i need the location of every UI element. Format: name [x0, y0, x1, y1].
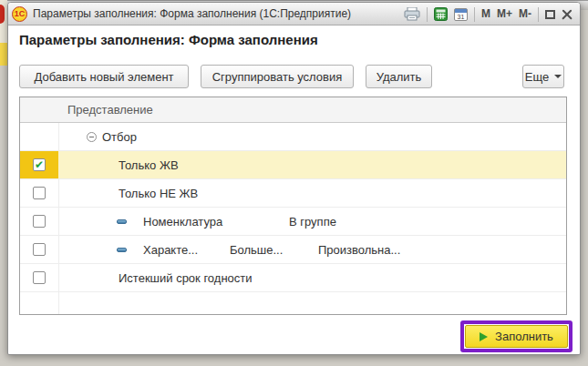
- desktop-background: 1С Параметры заполнения: Форма заполнени…: [0, 0, 588, 366]
- maximize-icon: [545, 10, 555, 19]
- group-label: Отбор: [102, 123, 137, 150]
- titlebar-icons: 31 M M+ M-: [404, 3, 573, 25]
- table-row-istekshiy-srok[interactable]: Истекший срок годности: [20, 264, 566, 292]
- condition-value: Произвольна...: [318, 236, 400, 263]
- table-row-group-otbor[interactable]: Отбор: [20, 123, 566, 151]
- fill-button-label: Заполнить: [495, 330, 553, 343]
- row-checkbox[interactable]: [33, 158, 46, 171]
- group-conditions-button[interactable]: Сгруппировать условия: [201, 65, 354, 88]
- app-logo-1c-icon: 1С: [12, 6, 27, 22]
- maximize-button[interactable]: [545, 3, 555, 25]
- condition-comparison: В группе: [289, 208, 336, 235]
- row-checkbox[interactable]: [33, 187, 46, 199]
- chevron-down-icon: [554, 75, 562, 78]
- delete-button[interactable]: Удалить: [366, 65, 432, 88]
- table-row-tolko-ne-zhv[interactable]: Только НЕ ЖВ: [20, 179, 566, 208]
- row-checkbox[interactable]: [33, 215, 46, 228]
- fill-parameters-table: Представление Отбор Только ЖВ Только НЕ …: [19, 97, 567, 315]
- row-checkbox[interactable]: [33, 271, 46, 284]
- condition-comparison: Больше...: [230, 236, 283, 263]
- play-icon: [480, 332, 488, 341]
- titlebar[interactable]: 1С Параметры заполнения: Форма заполнени…: [8, 3, 580, 25]
- page-title: Параметры заполнения: Форма заполнения: [19, 32, 318, 47]
- memory-m-minus-button[interactable]: M-: [519, 3, 531, 25]
- filter-condition-icon: [117, 248, 127, 252]
- column-header-representation: Представление: [67, 97, 153, 122]
- collapse-expander-icon[interactable]: [87, 132, 97, 142]
- close-icon: [562, 9, 573, 20]
- add-new-element-button[interactable]: Добавить новый элемент: [19, 65, 189, 88]
- calendar-day-label: 31: [455, 13, 467, 21]
- fill-button[interactable]: Заполнить: [465, 325, 568, 348]
- table-row-tolko-zhv[interactable]: Только ЖВ: [20, 151, 566, 179]
- background-row-fragment: [0, 43, 7, 66]
- window-title: Параметры заполнения: Форма заполнения (…: [33, 7, 351, 20]
- background-icon-fragment: [0, 5, 5, 24]
- toolbar: Добавить новый элемент Сгруппировать усл…: [19, 65, 564, 88]
- dialog-window: 1С Параметры заполнения: Форма заполнени…: [7, 2, 581, 355]
- memory-m-plus-button[interactable]: M+: [497, 3, 512, 25]
- more-button[interactable]: Еще: [522, 65, 564, 88]
- condition-field: Номенклатура: [143, 208, 222, 235]
- table-row-nomenklatura[interactable]: Номенклатура В группе: [20, 208, 566, 236]
- row-label: Только НЕ ЖВ: [119, 179, 198, 207]
- row-checkbox[interactable]: [33, 243, 46, 256]
- calendar-icon[interactable]: 31: [454, 3, 468, 25]
- filter-condition-icon: [117, 219, 127, 224]
- table-header: Представление: [20, 97, 566, 123]
- row-label: Истекший срок годности: [119, 264, 253, 291]
- titlebar-separator: [474, 7, 475, 22]
- condition-field: Характе...: [143, 236, 198, 263]
- calculator-icon[interactable]: [434, 3, 448, 25]
- table-row-harakteristika[interactable]: Характе... Больше... Произвольна...: [20, 236, 566, 264]
- row-label: Только ЖВ: [119, 151, 179, 178]
- close-button[interactable]: [562, 3, 573, 25]
- more-button-label: Еще: [525, 70, 549, 84]
- titlebar-separator: [427, 7, 428, 22]
- printer-icon[interactable]: [404, 3, 420, 25]
- titlebar-separator: [538, 7, 539, 22]
- annotation-highlight-ring: Заполнить: [460, 320, 573, 352]
- memory-m-button[interactable]: M: [481, 3, 490, 25]
